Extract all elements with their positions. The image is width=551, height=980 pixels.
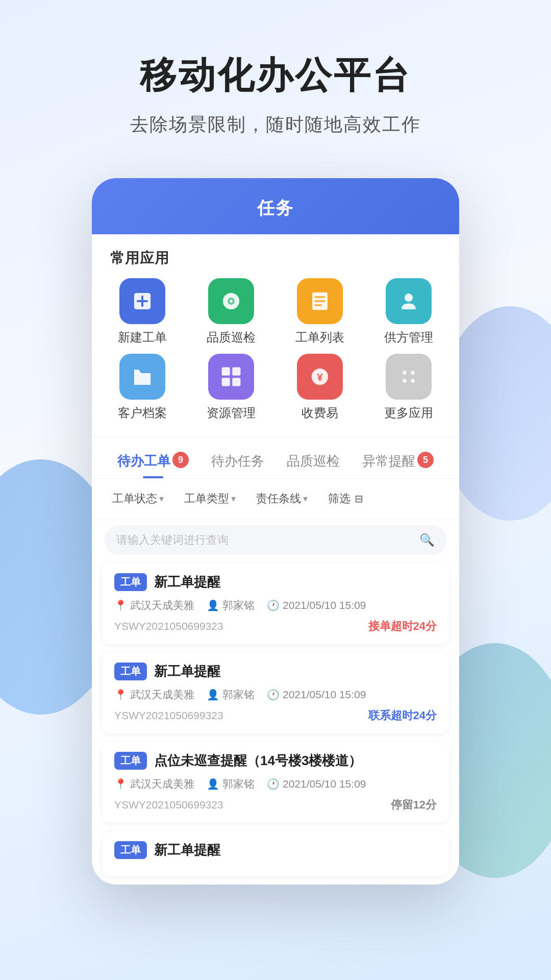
card-status-1: 接单超时24分 (368, 619, 437, 634)
filter-btn-screen-filter[interactable]: 筛选⊟ (320, 487, 371, 510)
tab-badge-anomaly-alert: 5 (417, 452, 434, 468)
app-label-quality-patrol: 品质巡检 (207, 329, 256, 346)
tab-pending-orders[interactable]: 待办工单9 (106, 442, 200, 478)
svg-point-19 (403, 379, 407, 383)
card-tag-2: 工单 (114, 663, 147, 680)
divider-1 (92, 436, 459, 437)
filter-label-order-status: 工单状态 (112, 491, 157, 506)
app-label-fee-easy: 收费易 (302, 405, 338, 421)
tab-badge-pending-orders: 9 (172, 452, 189, 468)
card-location-1: 📍 武汉天成美雅 (114, 598, 194, 612)
search-icon: 🔍 (419, 533, 435, 547)
tabs-row: 待办工单9待办任务品质巡检异常提醒5 (92, 442, 459, 479)
app-label-customer-archive: 客户档案 (118, 405, 167, 421)
card-status-2: 联系超时24分 (368, 708, 437, 723)
card-header-4: 工单 新工单提醒 (114, 841, 437, 859)
card-tag-3: 工单 (114, 752, 147, 770)
time-icon-2: 🕐 (267, 689, 280, 701)
card-tag-1: 工单 (114, 573, 147, 591)
card-title-2: 新工单提醒 (154, 663, 220, 680)
app-item-new-work-order[interactable]: 新建工单 (102, 278, 183, 346)
app-item-fee-easy[interactable]: ¥收费易 (280, 354, 360, 421)
header-tab-label: 任务 (257, 198, 294, 217)
svg-point-10 (405, 293, 413, 302)
app-label-supplier-mgmt: 供方管理 (384, 329, 433, 346)
card-location-2: 📍 武汉天成美雅 (114, 688, 194, 702)
app-icon-new-work-order (119, 278, 165, 324)
work-order-card-1[interactable]: 工单 新工单提醒 📍 武汉天成美雅 👤 郭家铭 🕐 2021/05/10 15:… (102, 563, 449, 644)
card-footer-2: YSWY2021050699323 联系超时24分 (114, 708, 437, 723)
app-icon-work-order-list (297, 278, 343, 324)
card-status-3: 停留12分 (391, 797, 437, 813)
section-common-apps-title: 常用应用 (92, 234, 459, 278)
app-icon-quality-patrol (208, 278, 254, 324)
work-order-card-3[interactable]: 工单 点位未巡查提醒（14号楼3楼楼道） 📍 武汉天成美雅 👤 郭家铭 🕐 20… (102, 742, 449, 823)
tab-pending-tasks[interactable]: 待办任务 (200, 442, 276, 478)
app-item-resource-mgmt[interactable]: 资源管理 (191, 354, 271, 421)
card-person-2: 👤 郭家铭 (207, 688, 255, 702)
location-icon-2: 📍 (114, 689, 127, 701)
work-order-card-2[interactable]: 工单 新工单提醒 📍 武汉天成美雅 👤 郭家铭 🕐 2021/05/10 15:… (102, 652, 449, 733)
app-label-new-work-order: 新建工单 (118, 329, 167, 346)
search-bar[interactable]: 请输入关键词进行查询 🔍 (104, 525, 447, 555)
filter-icon: ⊟ (355, 493, 363, 505)
app-icon-resource-mgmt (208, 354, 254, 400)
app-label-work-order-list: 工单列表 (295, 329, 344, 346)
chevron-icon-responsibility-line: ▾ (303, 493, 308, 504)
cards-container: 工单 新工单提醒 📍 武汉天成美雅 👤 郭家铭 🕐 2021/05/10 15:… (92, 563, 459, 876)
app-icon-customer-archive (119, 354, 165, 400)
svg-text:¥: ¥ (317, 371, 323, 383)
location-icon-3: 📍 (114, 778, 127, 790)
app-item-more-apps[interactable]: 更多应用 (368, 354, 449, 421)
app-icon-supplier-mgmt (386, 278, 432, 324)
time-icon-3: 🕐 (267, 778, 280, 790)
card-meta-1: 📍 武汉天成美雅 👤 郭家铭 🕐 2021/05/10 15:09 (114, 598, 437, 612)
filter-row: 工单状态▾工单类型▾责任条线▾筛选⊟ (92, 479, 459, 519)
filter-btn-responsibility-line[interactable]: 责任条线▾ (248, 487, 316, 510)
phone-mockup: 任务 常用应用 新建工单品质巡检工单列表供方管理客户档案资源管理¥收费易更多应用… (92, 178, 459, 885)
person-icon-2: 👤 (207, 689, 219, 701)
filter-label-screen-filter: 筛选 (328, 491, 350, 506)
svg-point-18 (411, 371, 415, 375)
card-footer-1: YSWY2021050699323 接单超时24分 (114, 619, 437, 634)
time-icon-1: 🕐 (267, 599, 280, 611)
filter-label-responsibility-line: 责任条线 (256, 491, 301, 506)
card-id-3: YSWY2021050699323 (114, 799, 223, 811)
app-item-customer-archive[interactable]: 客户档案 (102, 354, 183, 421)
card-id-2: YSWY2021050699323 (114, 709, 223, 722)
card-header-1: 工单 新工单提醒 (114, 573, 437, 591)
app-item-quality-patrol[interactable]: 品质巡检 (191, 278, 271, 346)
svg-rect-12 (232, 368, 240, 376)
app-label-resource-mgmt: 资源管理 (207, 405, 256, 421)
card-location-3: 📍 武汉天成美雅 (114, 777, 194, 791)
svg-point-5 (230, 300, 233, 303)
chevron-icon-order-status: ▾ (159, 493, 164, 504)
filter-btn-order-type[interactable]: 工单类型▾ (176, 487, 244, 510)
svg-point-17 (403, 371, 407, 375)
tab-quality-inspect[interactable]: 品质巡检 (276, 442, 351, 478)
card-title-3: 点位未巡查提醒（14号楼3楼楼道） (154, 752, 362, 770)
card-time-1: 🕐 2021/05/10 15:09 (267, 599, 366, 611)
app-item-work-order-list[interactable]: 工单列表 (280, 278, 360, 346)
card-id-1: YSWY2021050699323 (114, 620, 223, 632)
page-container: 移动化办公平台 去除场景限制，随时随地高效工作 任务 常用应用 新建工单品质巡检… (0, 0, 551, 885)
tab-anomaly-alert[interactable]: 异常提醒5 (351, 442, 445, 478)
card-person-1: 👤 郭家铭 (207, 598, 255, 612)
svg-point-20 (411, 379, 415, 383)
card-header-2: 工单 新工单提醒 (114, 663, 437, 680)
hero-subtitle: 去除场景限制，随时随地高效工作 (130, 112, 421, 137)
chevron-icon-order-type: ▾ (231, 493, 236, 504)
svg-rect-11 (222, 368, 230, 376)
app-grid: 新建工单品质巡检工单列表供方管理客户档案资源管理¥收费易更多应用 (92, 278, 459, 431)
svg-rect-14 (232, 378, 240, 386)
filter-btn-order-status[interactable]: 工单状态▾ (104, 487, 172, 510)
app-icon-more-apps (386, 354, 432, 400)
card-footer-3: YSWY2021050699323 停留12分 (114, 797, 437, 813)
card-time-2: 🕐 2021/05/10 15:09 (267, 689, 366, 701)
work-order-card-4[interactable]: 工单 新工单提醒 (102, 831, 449, 876)
person-icon-3: 👤 (207, 778, 219, 790)
location-icon-1: 📍 (114, 599, 127, 611)
card-time-3: 🕐 2021/05/10 15:09 (267, 778, 366, 790)
app-item-supplier-mgmt[interactable]: 供方管理 (368, 278, 449, 346)
card-header-3: 工单 点位未巡查提醒（14号楼3楼楼道） (114, 752, 437, 770)
